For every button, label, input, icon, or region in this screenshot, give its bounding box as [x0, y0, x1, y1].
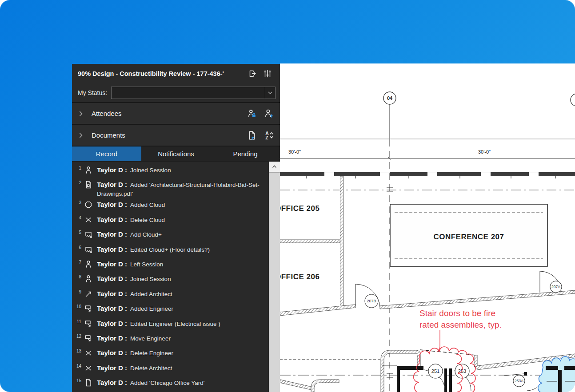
page-icon	[84, 378, 93, 388]
grid-bubble-partial	[571, 94, 575, 106]
door-tag-207a: 207A	[551, 285, 560, 289]
tab-pending[interactable]: Pending	[211, 147, 280, 161]
wall-right-stub	[474, 355, 477, 366]
record-number: 13	[75, 348, 81, 353]
record-action: Left Session	[130, 261, 163, 268]
wall-bottom-left	[280, 380, 311, 390]
floor-plan-drawing: 04 30'-0" 30'-0"	[280, 63, 575, 392]
sort-documents-button[interactable]: A Z	[263, 130, 275, 141]
record-number: 6	[75, 245, 81, 250]
record-text: Taylor D :Left Session	[97, 259, 163, 269]
record-action: Added Engineer	[130, 305, 173, 312]
corridor-wall-right	[380, 290, 575, 309]
door-tag-207b: 207B	[367, 299, 376, 303]
tab-notifications[interactable]: Notifications	[141, 147, 211, 161]
chevron-right-icon	[80, 133, 82, 138]
record-number: 1	[75, 166, 81, 170]
record-user: Taylor D :	[97, 334, 127, 342]
record-text: Taylor D :Added 'Chicago Office Yard'	[97, 378, 204, 388]
callout-icon	[84, 304, 93, 313]
invite-attendee-button[interactable]	[263, 108, 275, 119]
conference-room: CONFERENCE 207	[390, 204, 547, 266]
cloudplus-icon	[84, 245, 93, 254]
record-row[interactable]: 1Taylor D :Joined Session	[75, 164, 268, 178]
record-number: 15	[75, 378, 81, 383]
callout-icon	[84, 333, 93, 343]
dropdown-caret[interactable]	[265, 87, 275, 99]
dimension-strings: 30'-0" 30'-0"	[280, 139, 575, 158]
record-user: Taylor D :	[97, 181, 127, 188]
scroll-up-button[interactable]	[269, 162, 280, 172]
add-document-button[interactable]	[246, 130, 258, 141]
record-text: Taylor D :Joined Session	[97, 165, 171, 175]
record-tabbar: Record Notifications Pending	[72, 146, 280, 161]
record-number: 7	[75, 260, 81, 265]
record-row[interactable]: 7Taylor D :Left Session	[75, 258, 268, 273]
delete-icon	[84, 348, 93, 358]
person-icon	[84, 165, 93, 175]
record-row[interactable]: 8Taylor D :Joined Session	[75, 273, 268, 287]
scrollbar-thumb[interactable]	[269, 172, 280, 392]
record-number: 14	[75, 364, 81, 368]
record-row[interactable]: 3Taylor D :Added Cloud	[75, 198, 268, 213]
exit-door-icon	[250, 71, 256, 77]
record-action: Delete Architect	[130, 365, 172, 372]
attendees-section-header[interactable]: Attendees	[72, 102, 280, 124]
record-row[interactable]: 13Taylor D :Delete Engineer	[75, 347, 268, 361]
dimension-left: 30'-0"	[288, 149, 301, 154]
tab-record[interactable]: Record	[72, 147, 141, 161]
annotation-line-1: Stair doors to be fire	[419, 309, 495, 318]
record-row[interactable]: 10Taylor D :Added Engineer	[75, 302, 268, 317]
record-row[interactable]: 11Taylor D :Edited Engineer (Electrical …	[75, 317, 268, 332]
room-label-206: OFFICE 206	[280, 273, 319, 281]
door-tag-253a: 253A	[515, 379, 523, 383]
record-text: Taylor D :Delete Cloud	[97, 215, 165, 225]
app-window: 04 30'-0" 30'-0"	[0, 0, 575, 392]
record-action: Joined Session	[130, 276, 171, 282]
record-row[interactable]: 4Taylor D :Delete Cloud	[75, 214, 268, 228]
record-row[interactable]: 9Taylor D :Added Architect	[75, 288, 268, 302]
record-row[interactable]: 15Taylor D :Added 'Chicago Office Yard'	[75, 376, 268, 391]
record-user: Taylor D :	[97, 320, 127, 327]
page-markup-icon	[84, 180, 93, 190]
record-number: 11	[75, 319, 81, 324]
drawing-canvas[interactable]: 04 30'-0" 30'-0"	[280, 63, 575, 392]
record-number: 3	[75, 200, 81, 205]
stair-wall-rounded	[381, 350, 420, 392]
delete-icon	[84, 215, 93, 225]
record-number: 12	[75, 334, 81, 339]
my-status-dropdown[interactable]	[111, 87, 276, 99]
record-text: Taylor D :Added 'Architectural-Structura…	[97, 180, 268, 198]
annotation-line-2: rated assemblies, typ.	[419, 320, 502, 329]
record-user: Taylor D :	[97, 290, 127, 297]
chevron-up-icon	[273, 166, 276, 168]
blue-cloud-markup[interactable]	[538, 356, 575, 392]
record-row[interactable]: 6Taylor D :Edited Cloud+ (Floor details?…	[75, 243, 268, 258]
attendees-label: Attendees	[92, 110, 241, 117]
leave-session-button[interactable]	[247, 68, 258, 79]
record-row[interactable]: 5Taylor D :Add Cloud+	[75, 228, 268, 243]
record-row[interactable]: 14Taylor D :Delete Architect	[75, 362, 268, 376]
session-settings-button[interactable]	[262, 68, 273, 79]
record-list-scrollbar[interactable]	[269, 162, 280, 392]
record-number: 2	[75, 180, 81, 185]
record-user: Taylor D :	[97, 379, 127, 386]
record-user: Taylor D :	[97, 201, 127, 208]
dimension-right: 30'-0"	[478, 149, 491, 154]
cloud-icon	[84, 200, 93, 210]
record-row[interactable]: 2Taylor D :Added 'Architectural-Structur…	[75, 178, 268, 198]
record-text: Taylor D :Add Cloud+	[97, 230, 162, 239]
record-action: Added Architect	[130, 291, 172, 297]
record-text: Taylor D :Added Architect	[97, 289, 172, 299]
attendee-access-button[interactable]	[246, 108, 258, 119]
session-title: 90% Design - Constructibility Review - 1…	[78, 70, 243, 77]
documents-section-header[interactable]: Documents A Z	[72, 124, 280, 146]
record-number: 8	[75, 274, 81, 279]
record-text: Taylor D :Move Engineer	[97, 333, 171, 343]
record-row[interactable]: 12Taylor D :Move Engineer	[75, 332, 268, 347]
record-number: 10	[75, 304, 81, 309]
red-text-annotation[interactable]: Stair doors to be fire rated assemblies,…	[419, 309, 502, 329]
svg-text:A: A	[265, 131, 269, 135]
record-action: Joined Session	[130, 167, 171, 174]
record-action: Edited Cloud+ (Floor details?)	[130, 246, 210, 253]
